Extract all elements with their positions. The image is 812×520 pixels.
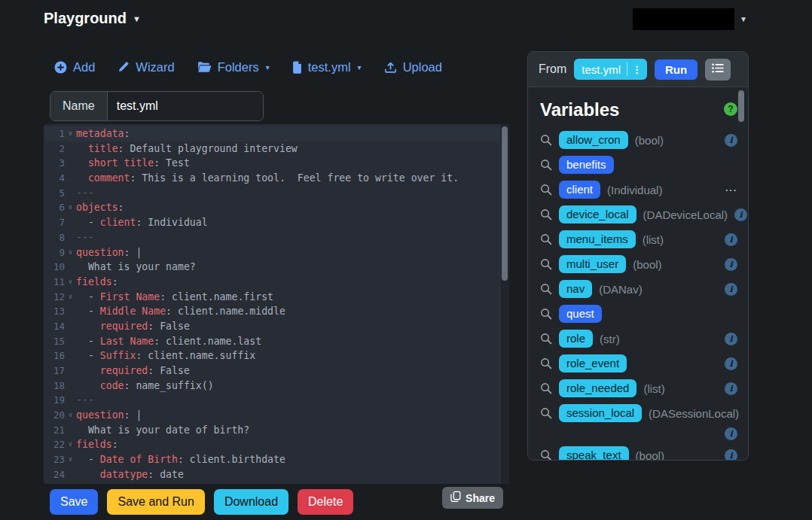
variable-chip[interactable]: benefits [559,156,614,174]
variable-chip[interactable]: device_local [559,205,636,224]
fold-arrow-icon[interactable]: ∨ [65,452,76,467]
chevron-down-icon: ▾ [266,63,270,71]
info-icon[interactable]: i [725,357,737,370]
code-line[interactable]: 1∨metadata: [44,126,509,141]
code-text: --- [76,186,94,201]
save-and-run-button[interactable]: Save and Run [107,489,204,515]
info-icon[interactable]: i [725,134,737,147]
variable-chip[interactable]: allow_cron [559,131,628,149]
code-line[interactable]: 19--- [44,393,509,408]
code-line[interactable]: 2 title: Default playground interview [44,141,509,157]
code-line[interactable]: 13 - Middle Name: client.name.middle [44,304,509,319]
code-line[interactable]: 7 - client: Individual [44,215,509,230]
code-text: question: | [76,245,142,260]
fold-arrow-icon [65,141,76,157]
add-button[interactable]: Add [54,60,95,75]
playground-menu-dropdown[interactable]: Playground ▼ [44,10,141,27]
search-icon[interactable] [540,357,552,369]
fold-arrow-icon[interactable]: ∨ [65,408,76,423]
code-line[interactable]: 6∨objects: [44,200,509,215]
info-icon[interactable]: i [725,382,737,395]
code-line[interactable]: 21 What is your date of birth? [44,423,509,438]
delete-button[interactable]: Delete [298,489,353,515]
search-icon[interactable] [540,308,552,320]
code-line[interactable]: 18 code: name_suffix() [44,379,509,394]
fold-arrow-icon[interactable]: ∨ [65,126,76,141]
code-line[interactable]: 8--- [44,230,509,245]
search-icon[interactable] [540,407,552,419]
variable-chip[interactable]: menu_items [559,230,636,248]
search-icon[interactable] [540,134,552,146]
vertical-dots-icon[interactable]: ⋮ [632,64,642,75]
code-line[interactable]: 24 datatype: date [44,467,509,482]
search-icon[interactable] [540,333,552,345]
search-icon[interactable] [540,283,552,295]
panel-scrollbar-thumb[interactable] [738,90,744,122]
code-editor[interactable]: 1∨metadata:2 title: Default playground i… [44,124,509,484]
search-icon[interactable] [540,233,552,245]
info-icon[interactable]: i [725,427,737,440]
info-icon[interactable]: i [725,258,737,271]
code-line[interactable]: 5--- [44,186,509,201]
code-line[interactable]: 9∨question: | [44,245,509,260]
code-line[interactable]: 22∨fields: [44,437,509,452]
info-icon[interactable]: i [725,233,737,246]
variable-chip[interactable]: quest [559,305,602,323]
info-icon[interactable]: i [725,333,737,345]
download-button[interactable]: Download [214,489,288,515]
code-line[interactable]: 3 short title: Test [44,156,509,171]
user-menu-dropdown[interactable]: ▼ [633,8,747,30]
run-panel-header: From test.yml ⋮ Run [528,52,748,87]
code-line[interactable]: 23∨ - Date of Birth: client.birthdate [44,452,509,467]
variable-chip[interactable]: nav [559,280,592,298]
fold-arrow-icon[interactable]: ∨ [65,437,76,452]
editor-toolbar: AddWizardFolders▾test.yml▾Upload [54,56,509,78]
save-button[interactable]: Save [50,489,98,515]
variable-chip[interactable]: role [559,330,593,348]
ellipsis-button[interactable]: ··· [725,184,737,196]
code-line[interactable]: 15 - Last Name: client.name.last [44,334,509,349]
code-line[interactable]: 17 required: False [44,363,509,379]
folders-dropdown[interactable]: Folders▾ [197,60,270,75]
search-icon[interactable] [540,208,552,220]
variable-chip[interactable]: multi_user [559,255,626,273]
info-icon[interactable]: i [725,283,737,296]
code-text: - Last Name: client.name.last [76,334,261,349]
search-icon[interactable] [540,159,552,171]
variable-chip[interactable]: session_local [559,404,642,422]
fold-arrow-icon[interactable]: ∨ [65,290,76,305]
file-dropdown[interactable]: test.yml▾ [292,60,362,75]
search-icon[interactable] [540,258,552,270]
share-button[interactable]: Share [442,487,503,509]
code-line[interactable]: 20∨question: | [44,408,509,423]
code-line[interactable]: 12∨ - First Name: client.name.first [44,290,509,305]
run-button[interactable]: Run [655,59,698,80]
file-select-button[interactable]: test.yml ⋮ [574,59,647,80]
code-line[interactable]: 11∨fields: [44,275,509,290]
editor-scrollbar[interactable] [499,124,509,484]
fold-arrow-icon[interactable]: ∨ [65,275,76,290]
code-line[interactable]: 16 - Suffix: client.name.suffix [44,348,509,363]
search-icon[interactable] [540,382,552,394]
name-input[interactable] [108,92,264,120]
fold-arrow-icon[interactable]: ∨ [65,245,76,260]
variables-list-button[interactable] [705,59,731,81]
variable-chip[interactable]: role_needed [559,379,636,397]
variable-chip[interactable]: speak_text [559,446,629,460]
fold-arrow-icon[interactable]: ∨ [65,200,76,215]
help-icon[interactable]: ? [724,102,737,116]
code-line[interactable]: 10 What is your name? [44,260,509,275]
code-line[interactable]: 14 required: False [44,319,509,334]
info-icon[interactable]: i [725,449,737,461]
fold-arrow-icon [65,186,76,201]
variable-chip[interactable]: client [559,181,600,199]
search-icon[interactable] [540,184,552,196]
upload-button[interactable]: Upload [384,60,442,75]
search-icon[interactable] [540,449,552,460]
code-line[interactable]: 4 comment: This is a learning tool. Feel… [44,171,509,186]
editor-scrollbar-thumb[interactable] [502,126,508,281]
wizard-button[interactable]: Wizard [118,60,174,75]
panel-scrollbar[interactable] [738,89,745,455]
code-text: - client: Individual [76,215,208,230]
variable-chip[interactable]: role_event [559,354,627,373]
